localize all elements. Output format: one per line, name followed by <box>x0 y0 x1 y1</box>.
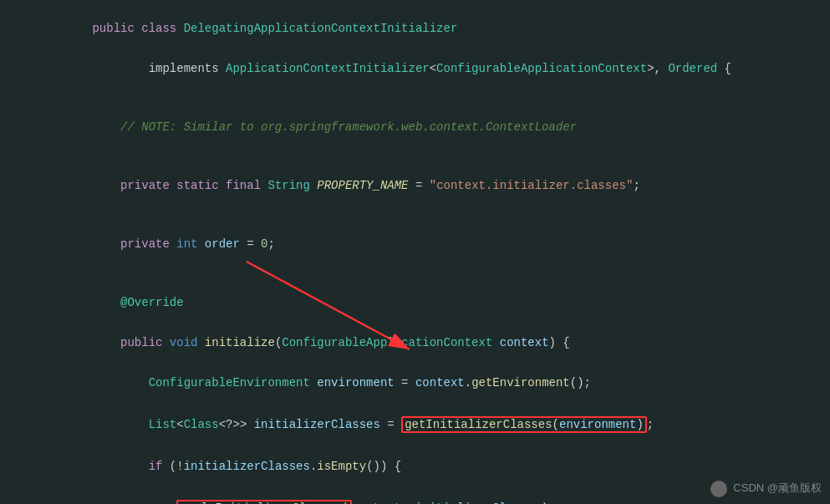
kw-final: final <box>226 179 267 192</box>
code-line-box2: applyInitializerClasses(context, initial… <box>0 486 830 504</box>
paren5: (! <box>170 460 184 473</box>
method-initialize: initialize <box>205 336 275 349</box>
indent <box>92 336 120 349</box>
class-name: DelegatingApplicationContextInitializer <box>184 22 458 35</box>
paren-close: ) { <box>549 336 570 349</box>
parens4: ) <box>636 418 643 431</box>
parens6: ()) { <box>366 460 401 473</box>
code-text: private int order = 0; <box>50 224 822 264</box>
eq: = <box>409 179 430 192</box>
code-line: public void initialize(ConfigurableAppli… <box>0 323 830 363</box>
type-cac: ConfigurableApplicationContext <box>282 336 492 349</box>
code-text: applyInitializerClasses(context, initial… <box>50 486 822 504</box>
type-name: ApplicationContextInitializer <box>226 62 430 75</box>
code-text: private static final String PROPERTY_NAM… <box>50 165 822 206</box>
generic: < <box>176 418 183 431</box>
kw-static: static <box>176 179 226 192</box>
code-line-blank <box>0 206 830 224</box>
type-ce: ConfigurableEnvironment <box>149 376 310 389</box>
code-line-blank <box>0 89 830 107</box>
code-line: implements ApplicationContextInitializer… <box>0 48 830 89</box>
code-line: private static final String PROPERTY_NAM… <box>0 165 830 206</box>
semi2: ; <box>647 418 654 431</box>
indent <box>92 376 148 389</box>
code-line-box1: List<Class<?>> initializerClasses = getI… <box>0 403 830 446</box>
code-text: implements ApplicationContextInitializer… <box>50 48 822 89</box>
indent <box>92 296 120 309</box>
var-initclasses: initializerClasses <box>254 418 380 431</box>
kw-private: private <box>120 237 176 251</box>
kw-if: if <box>149 460 170 473</box>
var-context: context <box>415 376 465 389</box>
indent <box>92 418 148 431</box>
var-order: order <box>205 237 240 251</box>
code-line-blank <box>0 147 830 165</box>
type-string: String <box>267 179 317 192</box>
avatar-icon <box>710 481 727 497</box>
semicolon: ; <box>633 179 639 192</box>
prop-name: PROPERTY_NAME <box>317 179 408 192</box>
kw-private: private <box>120 179 176 192</box>
red-highlight-box2: applyInitializerClasses( <box>176 500 352 504</box>
method-getenv: getEnvironment <box>471 376 570 389</box>
param-env2: environment <box>559 418 636 431</box>
type-class: Class <box>184 418 219 431</box>
var-ic: initializerClasses <box>184 460 310 473</box>
code-line: if (!initializerClasses.isEmpty()) { <box>0 446 830 486</box>
code-text: // NOTE: Similar to org.springframework.… <box>50 107 822 147</box>
comment: // NOTE: Similar to org.springframework.… <box>92 120 577 134</box>
var-env: environment <box>310 376 395 389</box>
indent <box>92 237 120 251</box>
eq: = <box>395 376 415 389</box>
code-line-blank <box>0 264 830 283</box>
code-text: List<Class<?>> initializerClasses = getI… <box>50 403 822 446</box>
plain-text: implements <box>92 62 226 75</box>
eq: = <box>240 237 261 251</box>
method-isempty: isEmpty <box>317 460 366 473</box>
brace: { <box>717 62 731 75</box>
code-text: public class DelegatingApplicationContex… <box>50 8 822 48</box>
eq2: = <box>380 418 401 431</box>
indent <box>92 460 148 473</box>
string-val: "context.initializer.classes" <box>430 179 634 192</box>
code-line: private int order = 0; <box>0 224 830 264</box>
parens3: ( <box>552 418 559 431</box>
generic2: <?>> <box>219 418 254 431</box>
watermark: CSDN @顽鱼版权 <box>710 481 822 497</box>
code-text: @Override <box>50 283 822 323</box>
red-highlight-box1: getInitializerClasses(environment) <box>401 416 647 433</box>
watermark-text: CSDN @顽鱼版权 <box>733 481 822 494</box>
keyword-class: class <box>141 22 183 35</box>
semicolon: ; <box>268 237 275 251</box>
method-getinit: getInitializerClasses <box>405 418 552 431</box>
indent <box>92 179 120 192</box>
code-viewer: public class DelegatingApplicationContex… <box>0 0 830 504</box>
parens: (); <box>570 376 591 389</box>
type-name: ConfigurableApplicationContext <box>436 62 647 75</box>
keyword-public: public <box>92 22 141 35</box>
num-zero: 0 <box>261 237 267 251</box>
code-line: // NOTE: Similar to org.springframework.… <box>0 107 830 147</box>
code-line: public class DelegatingApplicationContex… <box>0 8 830 48</box>
kw-void: void <box>170 336 205 349</box>
plain-text: < <box>430 62 436 75</box>
code-text: public void initialize(ConfigurableAppli… <box>50 323 822 363</box>
param-context: context <box>492 336 548 349</box>
kw-int: int <box>176 237 205 251</box>
kw-public: public <box>120 336 170 349</box>
plain-text: >, <box>647 62 668 75</box>
type-list: List <box>149 418 177 431</box>
type-name: Ordered <box>668 62 717 75</box>
annotation-override: @Override <box>120 296 184 309</box>
code-line: ConfigurableEnvironment environment = co… <box>0 363 830 403</box>
code-text: if (!initializerClasses.isEmpty()) { <box>50 446 822 486</box>
code-line: @Override <box>0 283 830 323</box>
code-text: ConfigurableEnvironment environment = co… <box>50 363 822 403</box>
dot: . <box>465 376 471 389</box>
